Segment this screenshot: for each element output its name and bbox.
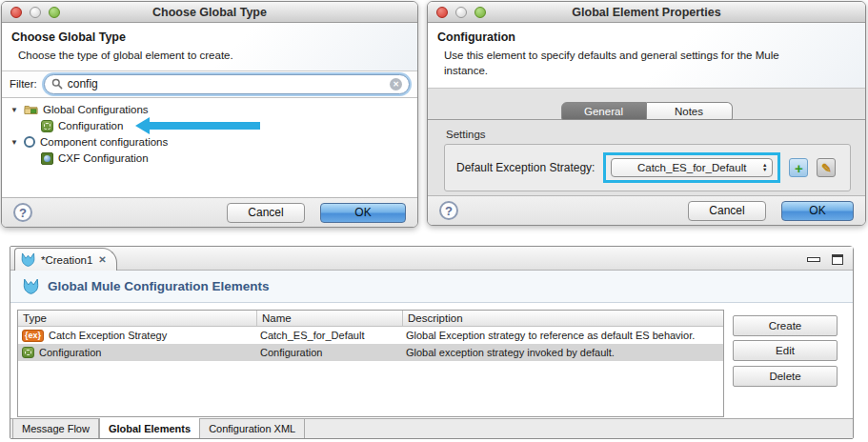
component-icon [24, 136, 35, 148]
tab-message-flow[interactable]: Message Flow [12, 419, 99, 438]
minimize-window-button[interactable] [30, 7, 41, 18]
delete-button[interactable]: Delete [733, 366, 838, 387]
settings-group: Settings Default Exception Strategy: Cat… [444, 129, 851, 191]
tab-configuration-xml[interactable]: Configuration XML [200, 419, 305, 438]
dropdown-arrows-icon: ▲ ▼ [762, 163, 767, 172]
filter-row: Filter: config ✕ [2, 70, 417, 98]
table-row-configuration[interactable]: Configuration Configuration Global excep… [18, 344, 723, 361]
cxf-globe-icon [41, 152, 53, 165]
view-controls [807, 254, 843, 265]
column-header-description[interactable]: Description [402, 311, 723, 326]
help-button[interactable]: ? [439, 201, 458, 220]
mule-editor-panel: *Creation1 ✕ Global Mule Configuration E… [10, 246, 854, 439]
catch-exception-strategy-icon: {ex} [22, 330, 44, 342]
editor-bottom-tabs: Message Flow Global Elements Configurati… [10, 418, 853, 438]
configuration-icon [22, 347, 34, 358]
screenshot-canvas: Choose Global Type Choose Global Type Ch… [0, 0, 868, 442]
dialog-heading: Choose Global Type [11, 30, 408, 44]
editor-header: Global Mule Configuration Elements [10, 271, 853, 303]
filter-input-value[interactable]: config [68, 77, 98, 90]
window-titlebar[interactable]: Choose Global Type [2, 2, 417, 23]
window-title: Choose Global Type [152, 6, 267, 19]
zoom-window-button[interactable] [474, 7, 486, 18]
dropdown-selected-value: Catch_ES_for_Default [621, 162, 762, 173]
clear-filter-icon[interactable]: ✕ [390, 78, 402, 90]
cell-name: Configuration [260, 347, 322, 358]
tree-item-configuration[interactable]: Configuration [2, 118, 417, 134]
tree-item-component-configurations[interactable]: ▼ Component configurations [2, 134, 417, 151]
arrow-head [135, 117, 150, 134]
tree-item-label: CXF Configuration [58, 152, 149, 164]
search-icon [51, 78, 63, 90]
close-window-button[interactable] [10, 7, 22, 18]
create-button[interactable]: Create [733, 315, 838, 336]
cancel-button[interactable]: Cancel [227, 203, 305, 223]
editor-tab-label: *Creation1 [41, 254, 92, 266]
mule-logo-icon [21, 252, 35, 267]
down-arrow-icon: ▼ [762, 168, 767, 172]
cell-description: Global Exception strategy to reference a… [406, 330, 695, 341]
folder-icon [24, 104, 38, 115]
cell-description: Global exception strategy invoked by def… [406, 347, 615, 358]
default-exception-strategy-label: Default Exception Strategy: [456, 161, 595, 174]
filter-label: Filter: [10, 78, 37, 90]
settings-group-box: Default Exception Strategy: Catch_ES_for… [444, 144, 851, 191]
cell-type: Catch Exception Strategy [49, 330, 167, 341]
cancel-button[interactable]: Cancel [688, 201, 766, 221]
add-button[interactable]: + [789, 158, 808, 177]
zoom-window-button[interactable] [49, 7, 60, 18]
ok-button[interactable]: OK [320, 203, 406, 223]
highlight-annotation-box: Catch_ES_for_Default ▲ ▼ [603, 152, 780, 183]
filter-search-field[interactable]: config ✕ [44, 74, 410, 94]
global-element-properties-dialog: Global Element Properties Configuration … [427, 1, 866, 226]
tree-item-cxf-configuration[interactable]: CXF Configuration [2, 151, 417, 167]
mule-logo-icon [23, 278, 39, 294]
global-elements-table: Type Name Description {ex} Catch Excepti… [17, 310, 724, 417]
minimize-window-button[interactable] [455, 7, 467, 18]
tree-item-global-configurations[interactable]: ▼ Global Configurations [2, 102, 417, 118]
close-window-button[interactable] [436, 7, 448, 18]
disclosure-triangle-icon[interactable]: ▼ [10, 138, 19, 147]
dialog-subtitle: Choose the type of global element to cre… [18, 49, 408, 64]
close-tab-icon[interactable]: ✕ [98, 254, 106, 265]
annotation-arrow [135, 117, 260, 134]
dialog-header: Choose Global Type Choose the type of gl… [2, 23, 417, 70]
dialog-description: Use this element to specify defaults and… [444, 49, 820, 78]
dialog-heading: Configuration [437, 30, 856, 44]
table-header-row: Type Name Description [18, 311, 723, 327]
arrow-body [150, 122, 260, 130]
disclosure-triangle-icon[interactable]: ▼ [10, 106, 19, 114]
tab-general[interactable]: General [561, 102, 647, 120]
column-header-name[interactable]: Name [256, 311, 402, 326]
ok-button[interactable]: OK [781, 201, 854, 221]
default-exception-strategy-select[interactable]: Catch_ES_for_Default ▲ ▼ [611, 158, 773, 177]
tab-notes[interactable]: Notes [647, 102, 733, 120]
configuration-icon [41, 120, 53, 132]
window-controls [10, 7, 60, 18]
edit-pencil-button[interactable]: ✎ [817, 158, 836, 177]
editor-tab-creation1[interactable]: *Creation1 ✕ [14, 248, 117, 271]
cell-name: Catch_ES_for_Default [260, 330, 364, 341]
maximize-view-icon[interactable] [832, 254, 843, 265]
cell-type: Configuration [39, 347, 101, 358]
window-title: Global Element Properties [572, 6, 720, 19]
minimize-view-icon[interactable] [807, 257, 820, 262]
window-titlebar[interactable]: Global Element Properties [428, 2, 865, 23]
global-type-tree: ▼ Global Configurations Configuration [2, 98, 417, 197]
dialog-button-bar: ? Cancel OK [428, 195, 865, 225]
dialog-header: Configuration Use this element to specif… [428, 23, 865, 89]
properties-tabs: General Notes [561, 102, 733, 120]
help-button[interactable]: ? [13, 203, 32, 222]
tab-global-elements[interactable]: Global Elements [99, 418, 200, 438]
choose-global-type-dialog: Choose Global Type Choose Global Type Ch… [1, 1, 418, 228]
page-title: Global Mule Configuration Elements [48, 279, 270, 293]
edit-button[interactable]: Edit [733, 340, 838, 361]
dialog-button-bar: ? Cancel OK [2, 197, 417, 227]
editor-tab-bar: *Creation1 ✕ [10, 247, 853, 271]
table-row-catch-exception-strategy[interactable]: {ex} Catch Exception Strategy Catch_ES_f… [18, 327, 723, 344]
window-controls [436, 7, 486, 18]
column-header-type[interactable]: Type [18, 311, 256, 326]
properties-body: General Notes Settings Default Exception… [428, 89, 865, 195]
tree-item-label: Component configurations [40, 136, 168, 148]
settings-group-label: Settings [446, 129, 851, 140]
